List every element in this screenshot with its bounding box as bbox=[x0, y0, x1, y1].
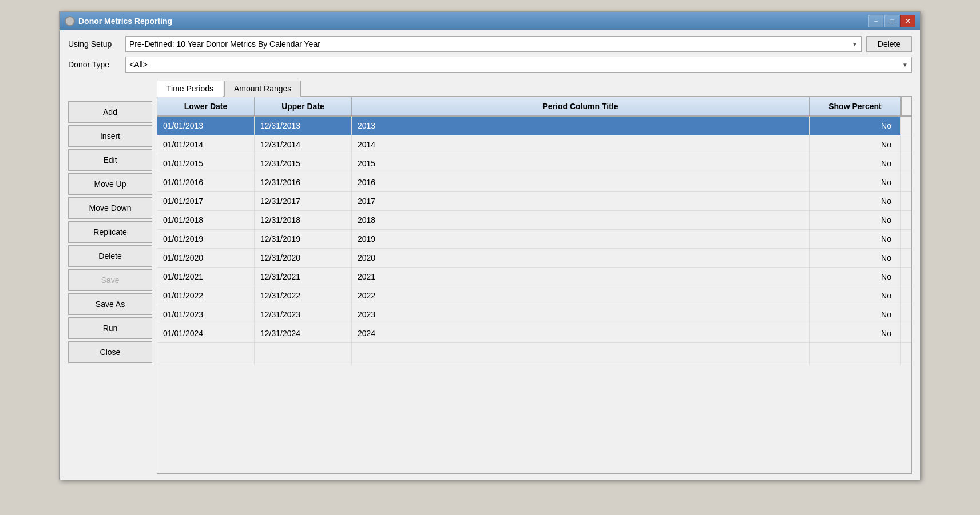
add-button[interactable]: Add bbox=[68, 101, 152, 123]
donor-type-value: <All> bbox=[129, 60, 148, 69]
table-row[interactable]: 01/01/2020 12/31/2020 2020 No bbox=[157, 249, 911, 268]
tab-amount-ranges[interactable]: Amount Ranges bbox=[224, 81, 301, 97]
delete-setup-button[interactable]: Delete bbox=[866, 36, 912, 52]
save-as-button[interactable]: Save As bbox=[68, 293, 152, 315]
cell-lower-date: 01/01/2023 bbox=[157, 305, 255, 324]
donor-type-label: Donor Type bbox=[68, 60, 125, 69]
cell-upper-date: 12/31/2013 bbox=[255, 117, 352, 135]
cell-show-percent: No bbox=[810, 211, 901, 229]
scrollbar-cell bbox=[901, 135, 911, 154]
cell-lower-date: 01/01/2015 bbox=[157, 154, 255, 173]
cell-show-percent: No bbox=[810, 135, 901, 154]
using-setup-row: Using Setup Pre-Defined: 10 Year Donor M… bbox=[68, 36, 912, 52]
table-row[interactable]: 01/01/2023 12/31/2023 2023 No bbox=[157, 305, 911, 324]
cell-lower-date: 01/01/2022 bbox=[157, 286, 255, 305]
move-down-button[interactable]: Move Down bbox=[68, 197, 152, 219]
empty-cell bbox=[255, 343, 352, 365]
cell-show-percent: No bbox=[810, 324, 901, 342]
cell-lower-date: 01/01/2019 bbox=[157, 230, 255, 248]
table-body[interactable]: 01/01/2013 12/31/2013 2013 No 01/01/2014… bbox=[157, 117, 911, 473]
col-period-title: Period Column Title bbox=[352, 97, 810, 115]
cell-upper-date: 12/31/2024 bbox=[255, 324, 352, 342]
insert-button[interactable]: Insert bbox=[68, 125, 152, 147]
main-area: Add Insert Edit Move Up Move Down bbox=[68, 97, 912, 474]
close-button[interactable]: Close bbox=[68, 341, 152, 363]
scrollbar-cell bbox=[901, 268, 911, 286]
table-row[interactable]: 01/01/2013 12/31/2013 2013 No bbox=[157, 117, 911, 135]
cell-upper-date: 12/31/2015 bbox=[255, 154, 352, 173]
cell-upper-date: 12/31/2018 bbox=[255, 211, 352, 229]
run-button[interactable]: Run bbox=[68, 317, 152, 339]
minimize-button[interactable]: − bbox=[868, 15, 883, 27]
scrollbar-cell bbox=[901, 192, 911, 210]
scrollbar-cell bbox=[901, 211, 911, 229]
scrollbar-cell bbox=[901, 173, 911, 191]
scrollbar-cell bbox=[901, 230, 911, 248]
tab-time-periods[interactable]: Time Periods bbox=[157, 81, 223, 97]
scrollbar-cell bbox=[901, 343, 911, 365]
cell-upper-date: 12/31/2021 bbox=[255, 268, 352, 286]
cell-period-title: 2024 bbox=[352, 324, 810, 342]
scrollbar-cell bbox=[901, 154, 911, 173]
close-window-button[interactable]: ✕ bbox=[900, 15, 915, 27]
col-upper-date: Upper Date bbox=[255, 97, 352, 115]
cell-show-percent: No bbox=[810, 268, 901, 286]
cell-upper-date: 12/31/2020 bbox=[255, 249, 352, 267]
col-show-percent: Show Percent bbox=[810, 97, 901, 115]
cell-period-title: 2019 bbox=[352, 230, 810, 248]
cell-show-percent: No bbox=[810, 230, 901, 248]
table-row[interactable]: 01/01/2021 12/31/2021 2021 No bbox=[157, 268, 911, 286]
scrollbar-cell bbox=[901, 324, 911, 342]
data-table: Lower Date Upper Date Period Column Titl… bbox=[157, 97, 912, 474]
table-row[interactable]: 01/01/2016 12/31/2016 2016 No bbox=[157, 173, 911, 192]
cell-lower-date: 01/01/2013 bbox=[157, 117, 255, 135]
move-up-button[interactable]: Move Up bbox=[68, 173, 152, 195]
cell-period-title: 2016 bbox=[352, 173, 810, 191]
cell-period-title: 2013 bbox=[352, 117, 810, 135]
cell-lower-date: 01/01/2024 bbox=[157, 324, 255, 342]
table-row[interactable]: 01/01/2024 12/31/2024 2024 No bbox=[157, 324, 911, 343]
scrollbar-cell bbox=[901, 117, 911, 135]
donor-type-row: Donor Type <All> ▼ bbox=[68, 57, 912, 73]
cell-show-percent: No bbox=[810, 117, 901, 135]
cell-upper-date: 12/31/2022 bbox=[255, 286, 352, 305]
table-row[interactable]: 01/01/2019 12/31/2019 2019 No bbox=[157, 230, 911, 249]
cell-upper-date: 12/31/2019 bbox=[255, 230, 352, 248]
cell-show-percent: No bbox=[810, 249, 901, 267]
window-controls: − □ ✕ bbox=[868, 15, 915, 27]
cell-show-percent: No bbox=[810, 173, 901, 191]
edit-button[interactable]: Edit bbox=[68, 149, 152, 171]
using-setup-dropdown[interactable]: Pre-Defined: 10 Year Donor Metrics By Ca… bbox=[125, 36, 862, 52]
donor-type-dropdown[interactable]: <All> ▼ bbox=[125, 57, 912, 73]
maximize-button[interactable]: □ bbox=[884, 15, 899, 27]
cell-show-percent: No bbox=[810, 286, 901, 305]
cell-lower-date: 01/01/2017 bbox=[157, 192, 255, 210]
window-content: Using Setup Pre-Defined: 10 Year Donor M… bbox=[60, 30, 920, 480]
table-row[interactable]: 01/01/2018 12/31/2018 2018 No bbox=[157, 211, 911, 230]
table-row[interactable]: 01/01/2014 12/31/2014 2014 No bbox=[157, 135, 911, 154]
cell-period-title: 2014 bbox=[352, 135, 810, 154]
replicate-button[interactable]: Replicate bbox=[68, 221, 152, 243]
cell-period-title: 2018 bbox=[352, 211, 810, 229]
cell-lower-date: 01/01/2021 bbox=[157, 268, 255, 286]
cell-period-title: 2015 bbox=[352, 154, 810, 173]
cell-lower-date: 01/01/2018 bbox=[157, 211, 255, 229]
col-lower-date: Lower Date bbox=[157, 97, 255, 115]
donor-type-controls: <All> ▼ bbox=[125, 57, 912, 73]
delete-button[interactable]: Delete bbox=[68, 245, 152, 267]
cell-lower-date: 01/01/2020 bbox=[157, 249, 255, 267]
empty-cell bbox=[352, 343, 810, 365]
cell-lower-date: 01/01/2014 bbox=[157, 135, 255, 154]
table-row[interactable]: 01/01/2015 12/31/2015 2015 No bbox=[157, 154, 911, 173]
cell-show-percent: No bbox=[810, 192, 901, 210]
cell-period-title: 2022 bbox=[352, 286, 810, 305]
cell-period-title: 2017 bbox=[352, 192, 810, 210]
cell-period-title: 2023 bbox=[352, 305, 810, 324]
tab-bar: Time Periods Amount Ranges bbox=[157, 81, 912, 97]
cell-upper-date: 12/31/2014 bbox=[255, 135, 352, 154]
table-row-empty bbox=[157, 343, 911, 365]
table-row[interactable]: 01/01/2022 12/31/2022 2022 No bbox=[157, 286, 911, 305]
save-button: Save bbox=[68, 269, 152, 291]
table-row[interactable]: 01/01/2017 12/31/2017 2017 No bbox=[157, 192, 911, 211]
cell-show-percent: No bbox=[810, 305, 901, 324]
